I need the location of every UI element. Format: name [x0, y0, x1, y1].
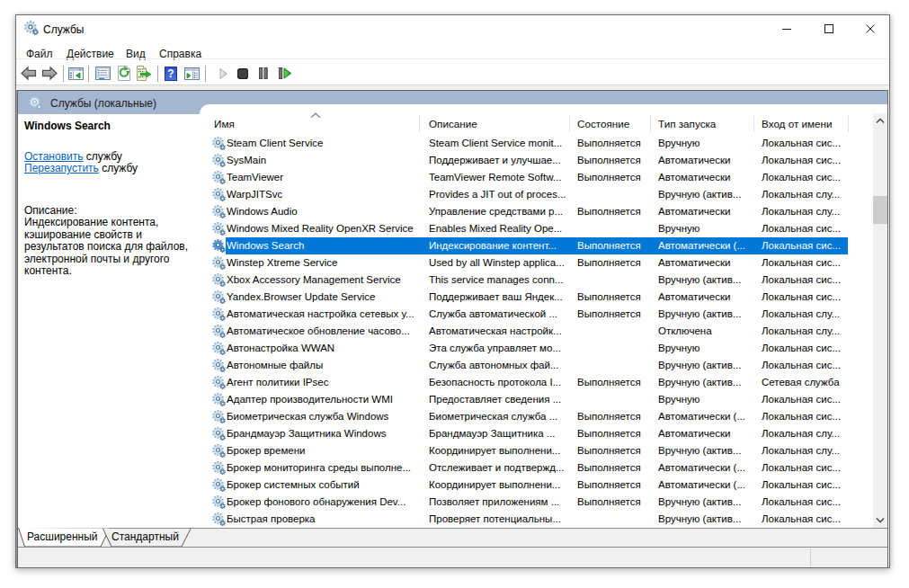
- svg-text:?: ?: [167, 67, 174, 80]
